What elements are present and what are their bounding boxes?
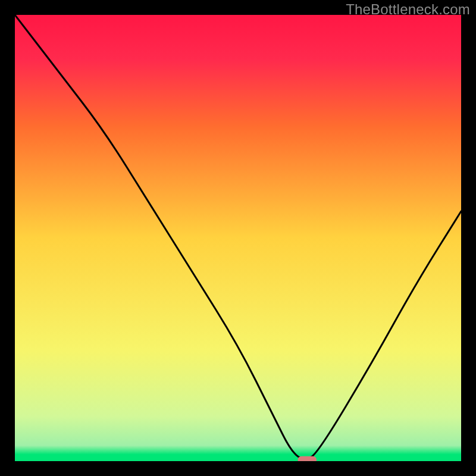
chart-svg xyxy=(15,15,461,461)
optimum-marker xyxy=(298,456,317,461)
chart-plot xyxy=(15,15,461,461)
chart-stage: TheBottleneck.com xyxy=(0,0,476,476)
chart-background xyxy=(15,15,461,461)
